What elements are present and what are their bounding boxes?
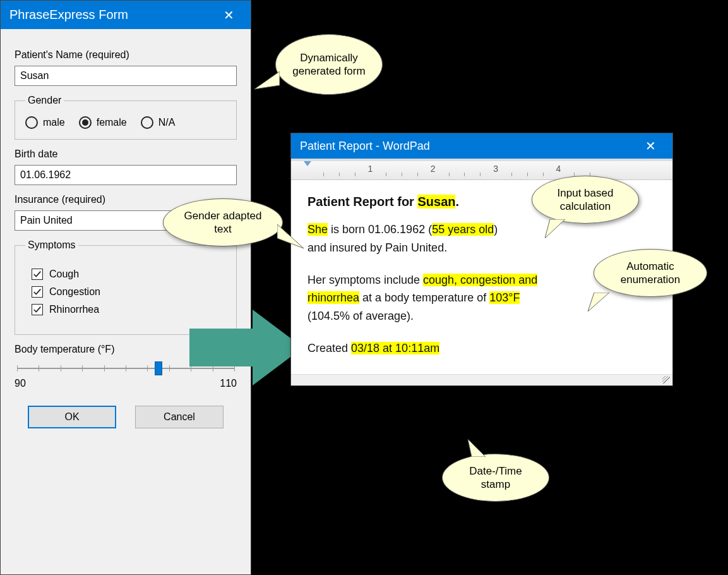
callout-auto-enum: Automatic enumeration <box>594 249 707 297</box>
gender-radio-na[interactable]: N/A <box>141 116 176 129</box>
form-title: PhraseExpress Form <box>9 8 215 22</box>
symptom-cough-checkbox[interactable]: Cough <box>32 269 220 280</box>
birth-date-input[interactable] <box>15 165 237 185</box>
doc-line: and insured by Pain United. <box>307 239 656 257</box>
symptom-label: Cough <box>49 269 79 280</box>
doc-line: She is born 01.06.1962 (55 years old) <box>307 221 656 239</box>
checkbox-icon <box>32 269 43 280</box>
resize-grip-icon[interactable] <box>291 374 672 385</box>
ok-button[interactable]: OK <box>28 406 116 428</box>
form-titlebar: PhraseExpress Form ✕ <box>1 1 251 29</box>
doc-line: Created 03/18 at 10:11am <box>307 339 656 358</box>
wordpad-titlebar: Patient Report - WordPad ✕ <box>291 133 672 159</box>
radio-icon <box>25 116 38 129</box>
hl-name: Susan <box>417 195 455 209</box>
gender-radio-male[interactable]: male <box>25 116 65 129</box>
hl-age: 55 years old <box>432 223 494 236</box>
svg-marker-5 <box>468 439 486 457</box>
slider-min: 90 <box>15 378 26 389</box>
symptom-congestion-checkbox[interactable]: Congestion <box>32 286 220 298</box>
ruler-number: 1 <box>367 164 373 174</box>
close-icon[interactable]: ✕ <box>637 138 664 154</box>
gender-legend: Gender <box>25 95 64 106</box>
hl-timestamp: 03/18 at 10:11am <box>351 342 439 354</box>
ruler-number: 2 <box>431 164 436 174</box>
callout-gender-text: Gender adapted text <box>163 198 283 246</box>
symptom-label: Rhinorrhea <box>49 304 99 315</box>
slider-thumb[interactable] <box>155 361 162 375</box>
patient-name-input[interactable] <box>15 66 237 86</box>
ruler-number: 4 <box>556 164 561 174</box>
callout-input-calc: Input based calculation <box>532 176 639 224</box>
cancel-button-label: Cancel <box>164 411 195 423</box>
close-icon[interactable]: ✕ <box>215 8 242 23</box>
patient-name-label: Patient's Name (required) <box>15 49 237 61</box>
ok-button-label: OK <box>64 411 79 423</box>
ruler-indent-marker[interactable] <box>304 161 311 166</box>
gender-group: Gender male female N/A <box>15 95 237 140</box>
svg-marker-4 <box>588 293 609 312</box>
radio-label: female <box>97 117 127 128</box>
wordpad-title: Patient Report - WordPad <box>300 140 637 153</box>
svg-marker-3 <box>545 219 565 238</box>
checkbox-icon <box>32 286 43 298</box>
phraseexpress-form-window: PhraseExpress Form ✕ Patient's Name (req… <box>0 0 251 575</box>
gender-radio-female[interactable]: female <box>79 116 127 129</box>
svg-marker-2 <box>277 224 304 248</box>
radio-label: male <box>43 117 65 128</box>
hl-symptoms: rhinorrhea <box>307 291 359 304</box>
symptom-label: Congestion <box>49 286 100 298</box>
hl-temp: 103°F <box>489 291 520 304</box>
svg-marker-0 <box>189 310 303 385</box>
wordpad-ruler: 1 2 3 4 <box>291 159 672 180</box>
hl-symptoms: cough, congestion and <box>423 274 537 286</box>
radio-icon <box>141 116 153 129</box>
birth-date-label: Birth date <box>15 148 237 160</box>
insurance-value: Pain United <box>20 215 73 226</box>
ruler-number: 3 <box>493 164 498 174</box>
checkbox-icon <box>32 304 43 315</box>
radio-icon <box>79 116 92 129</box>
hl-pronoun: She <box>307 223 328 236</box>
radio-label: N/A <box>158 117 176 128</box>
callout-dynamic-form: Dynamically generated form <box>275 34 383 95</box>
symptoms-legend: Symptoms <box>25 239 78 251</box>
arrow-icon <box>189 310 303 385</box>
svg-marker-1 <box>254 71 280 89</box>
cancel-button[interactable]: Cancel <box>135 406 224 428</box>
callout-datetime: Date-/Time stamp <box>442 454 549 502</box>
